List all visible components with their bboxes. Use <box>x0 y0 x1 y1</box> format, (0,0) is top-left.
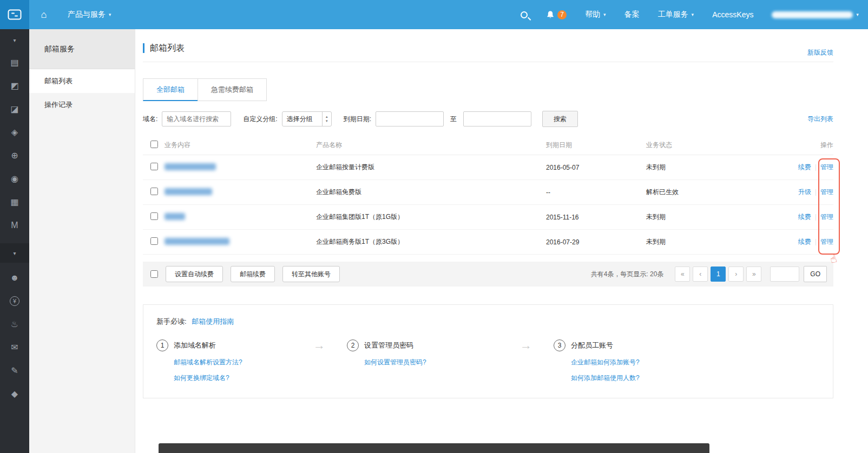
transfer-account-button[interactable]: 转至其他账号 <box>282 266 340 282</box>
notifications-button[interactable]: 7 <box>537 0 576 29</box>
row-checkbox[interactable] <box>150 188 158 195</box>
product-shortcut-5[interactable]: ⊕ <box>0 144 29 167</box>
step-title: 分配员工账号 <box>571 341 613 350</box>
account-menu[interactable]: ▾ <box>762 0 868 29</box>
guide-help-link[interactable]: 邮箱域名解析设置方法? <box>174 358 313 367</box>
redacted-domain <box>165 163 216 170</box>
accesskeys-link[interactable]: AccessKeys <box>703 0 762 29</box>
footer-select-all-checkbox[interactable] <box>150 270 158 278</box>
cell-expire-date: -- <box>546 189 646 196</box>
monitor-chart-icon: ▦ <box>10 197 18 207</box>
table-header-row: 业务内容 产品名称 到期日期 业务状态 操作 <box>143 136 833 155</box>
renew-link[interactable]: 续费 <box>798 237 811 247</box>
pagination-first-button[interactable]: « <box>675 267 690 282</box>
domain-search-input[interactable] <box>162 111 231 126</box>
snapshot-icon: ◪ <box>10 104 18 114</box>
action-divider <box>816 214 816 221</box>
header-expire-date: 到期日期 <box>546 141 646 150</box>
redacted-domain <box>165 213 185 220</box>
account-shortcut-6[interactable]: ◆ <box>0 382 29 405</box>
cell-expire-date: 2016-07-29 <box>546 238 646 246</box>
group-select[interactable]: 选择分组 ▴ ▾ <box>282 111 332 126</box>
home-button[interactable]: ⌂ <box>29 0 58 29</box>
manage-link[interactable]: 管理 <box>820 237 833 247</box>
upgrade-link[interactable]: 升级 <box>798 188 811 197</box>
pagination-next-button[interactable]: › <box>728 267 744 282</box>
beian-link[interactable]: 备案 <box>615 0 649 29</box>
table-row: 企业邮箱商务版1T（原3G版） 2016-07-29 未到期 续费 管理 <box>143 230 833 255</box>
chevron-down-icon: ▾ <box>109 12 111 17</box>
product-shortcut-6[interactable]: ◉ <box>0 167 29 190</box>
cell-product-name: 企业邮箱集团版1T（原1G版） <box>316 212 546 222</box>
product-shortcut-4[interactable]: ◈ <box>0 121 29 144</box>
pagination-page-1[interactable]: 1 <box>711 267 726 282</box>
mailbox-tabs: 全部邮箱 急需续费邮箱 <box>143 78 833 101</box>
help-menu[interactable]: 帮助 ▾ <box>576 0 615 29</box>
go-button[interactable]: GO <box>804 266 827 282</box>
action-divider <box>816 164 816 171</box>
select-all-checkbox[interactable] <box>150 141 158 148</box>
row-checkbox[interactable] <box>150 237 158 245</box>
account-shortcut-5[interactable]: ✎ <box>0 359 29 382</box>
sidebar-item-operation-log[interactable]: 操作记录 <box>29 93 135 117</box>
tab-all-mailboxes[interactable]: 全部邮箱 <box>143 78 198 101</box>
mailbox-guide-link[interactable]: 邮箱使用指南 <box>192 317 234 325</box>
renew-link[interactable]: 续费 <box>798 163 811 172</box>
goto-page-input[interactable] <box>770 267 799 282</box>
guide-help-link[interactable]: 企业邮箱如何添加账号? <box>571 358 711 367</box>
mailbox-renew-button[interactable]: 邮箱续费 <box>231 266 275 282</box>
product-shortcut-2[interactable]: ◩ <box>0 74 29 97</box>
products-services-menu[interactable]: 产品与服务 ▾ <box>58 0 121 29</box>
row-checkbox[interactable] <box>150 163 158 170</box>
manage-link[interactable]: 管理 <box>820 163 833 172</box>
pagination-prev-button[interactable]: ‹ <box>693 267 708 282</box>
notification-badge: 7 <box>557 10 567 19</box>
guide-step-1: 1 添加域名解析 邮箱域名解析设置方法? 如何更换绑定域名? <box>156 339 313 383</box>
beian-label: 备案 <box>624 10 640 19</box>
guide-help-link[interactable]: 如何添加邮箱使用人数? <box>571 374 711 383</box>
server-list-icon: ▤ <box>10 57 18 68</box>
sidebar-item-mailbox-list[interactable]: 邮箱列表 <box>29 69 135 93</box>
expire-date-end-input[interactable] <box>463 111 531 126</box>
search-icon <box>521 11 528 18</box>
main-content: 邮箱列表 新版反馈 全部邮箱 急需续费邮箱 域名: 自定义分组: 选择分组 ▴ … <box>135 29 868 453</box>
subnav-sidebar: 邮箱服务 邮箱列表 操作记录 <box>29 29 135 453</box>
mailbox-table: 业务内容 产品名称 到期日期 业务状态 操作 企业邮箱按量计费版 2016-05… <box>143 136 833 255</box>
accesskeys-label: AccessKeys <box>712 10 753 19</box>
sidebar-collapse-button[interactable]: ▾ <box>0 29 29 51</box>
expire-date-start-input[interactable] <box>376 111 444 126</box>
step-title: 设置管理员密码 <box>364 341 413 350</box>
row-checkbox[interactable] <box>150 212 158 220</box>
auto-renew-button[interactable]: 设置自动续费 <box>166 266 223 282</box>
export-list-link[interactable]: 导出列表 <box>807 115 833 124</box>
guide-help-link[interactable]: 如何设置管理员密码? <box>364 358 520 367</box>
product-shortcut-8[interactable]: M <box>0 214 29 237</box>
product-shortcut-7[interactable]: ▦ <box>0 190 29 214</box>
product-shortcut-1[interactable]: ▤ <box>0 51 29 74</box>
step-number-badge: 3 <box>554 339 565 351</box>
new-version-feedback-link[interactable]: 新版反馈 <box>807 48 833 57</box>
guide-help-link[interactable]: 如何更换绑定域名? <box>174 374 313 383</box>
search-button[interactable] <box>511 0 537 29</box>
product-shortcut-3[interactable]: ◪ <box>0 97 29 121</box>
select-stepper-icon: ▴ ▾ <box>322 112 331 126</box>
shield-icon: ◆ <box>11 389 18 399</box>
search-submit-button[interactable]: 搜索 <box>542 111 578 127</box>
sidebar-section-toggle[interactable]: ▾ <box>0 243 29 263</box>
bell-icon <box>546 10 555 19</box>
manage-link[interactable]: 管理 <box>820 212 833 222</box>
account-shortcut-4[interactable]: ✉ <box>0 336 29 359</box>
guide-prefix-label: 新手必读: <box>156 317 187 325</box>
account-shortcut-3[interactable]: ♨ <box>0 312 29 336</box>
ticket-service-menu[interactable]: 工单服务 ▾ <box>649 0 703 29</box>
manage-link[interactable]: 管理 <box>820 188 833 197</box>
storage-icon: ◈ <box>11 127 18 137</box>
renew-link[interactable]: 续费 <box>798 212 811 222</box>
account-shortcut-1[interactable]: ☻ <box>0 266 29 289</box>
tab-renewal-needed[interactable]: 急需续费邮箱 <box>198 78 267 101</box>
image-icon: ◩ <box>10 81 18 91</box>
brand-logo[interactable] <box>0 0 29 29</box>
user-icon: ☻ <box>10 273 19 283</box>
account-shortcut-2[interactable]: ¥ <box>0 289 29 312</box>
pagination-last-button[interactable]: » <box>746 267 761 282</box>
